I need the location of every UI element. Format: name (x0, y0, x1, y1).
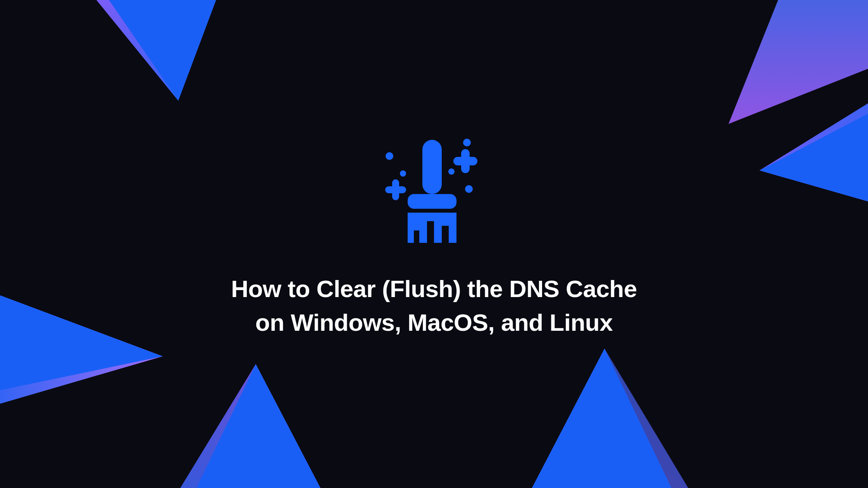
decorative-triangle-right (760, 70, 868, 217)
hero-banner: How to Clear (Flush) the DNS Cache on Wi… (0, 0, 868, 488)
svg-rect-20 (422, 140, 442, 194)
page-title: How to Clear (Flush) the DNS Cache on Wi… (221, 272, 647, 340)
content-area: How to Clear (Flush) the DNS Cache on Wi… (221, 133, 647, 340)
decorative-triangle-bottom-left (0, 287, 163, 411)
broom-clean-sparkle-icon (372, 133, 496, 249)
decorative-triangle-bottom-1 (147, 364, 349, 488)
svg-rect-23 (408, 213, 456, 220)
decorative-triangle-bottom-2 (504, 349, 721, 488)
svg-rect-21 (408, 194, 456, 209)
svg-rect-19 (453, 157, 477, 165)
svg-point-12 (400, 170, 406, 177)
decorative-triangle-top-left (78, 0, 232, 116)
svg-marker-4 (760, 85, 868, 217)
svg-rect-17 (385, 186, 406, 193)
svg-rect-22 (408, 209, 456, 213)
svg-point-13 (463, 139, 471, 146)
svg-point-14 (448, 168, 455, 175)
svg-point-15 (465, 185, 473, 193)
svg-point-11 (386, 152, 393, 160)
